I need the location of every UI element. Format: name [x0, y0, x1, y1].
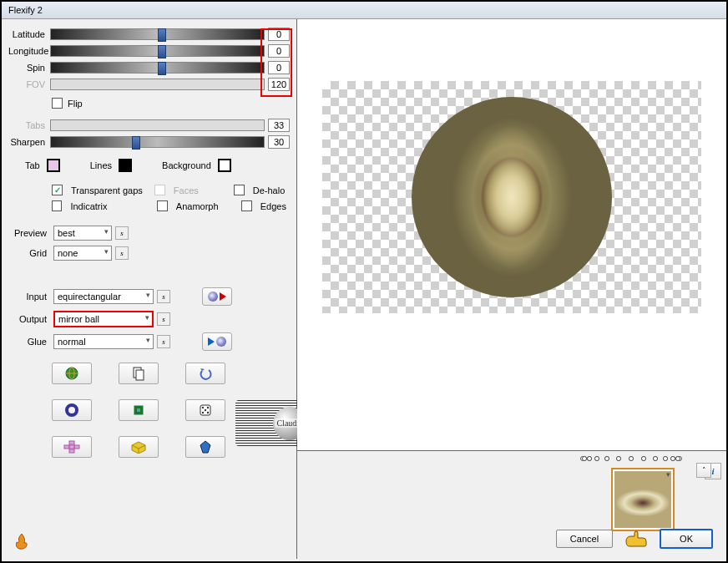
disc-icon	[208, 292, 218, 302]
output-select[interactable]: mirror ball	[53, 311, 154, 327]
longitude-value[interactable]: 0	[268, 44, 290, 58]
transparent-gaps-label: Transparent gaps	[71, 185, 143, 195]
gem-icon	[198, 439, 213, 454]
latitude-label: Latitude	[8, 29, 50, 39]
anamorph-label: Anamorph	[176, 201, 219, 211]
svg-rect-18	[69, 445, 74, 449]
longitude-label: Longitude	[8, 46, 50, 56]
spin-slider[interactable]	[50, 62, 265, 74]
svg-point-10	[207, 407, 209, 408]
play-red-icon	[220, 292, 226, 301]
sharpen-label: Sharpen	[8, 137, 50, 147]
indicatrix-label: Indicatrix	[70, 201, 107, 211]
thumbnail-selected[interactable]	[611, 468, 675, 531]
tab-color-swatch[interactable]	[47, 159, 60, 172]
titlebar: Flexify 2	[2, 2, 726, 19]
fov-value[interactable]: 120	[268, 78, 290, 91]
fire-button[interactable]	[12, 531, 32, 551]
window-title: Flexify 2	[8, 5, 43, 15]
faces-checkbox	[154, 185, 165, 195]
disc-icon-2	[216, 337, 226, 347]
output-s-button[interactable]: s	[157, 312, 170, 326]
sharpen-value[interactable]: 30	[268, 135, 290, 149]
svg-point-5	[67, 405, 77, 415]
cancel-button[interactable]: Cancel	[556, 530, 613, 548]
spin-label: Spin	[8, 63, 50, 73]
pages-button[interactable]	[119, 363, 159, 384]
anamorph-checkbox[interactable]	[157, 200, 167, 211]
svg-point-13	[207, 412, 209, 413]
play-blue-icon	[208, 337, 215, 346]
svg-rect-16	[64, 445, 69, 449]
ring-icon	[64, 403, 79, 418]
ok-button[interactable]: OK	[660, 529, 713, 549]
input-label: Input	[8, 292, 50, 302]
grid-select[interactable]: none	[53, 246, 112, 261]
grid-label: Grid	[8, 248, 50, 258]
svg-rect-17	[74, 445, 79, 449]
glue-select[interactable]: normal	[53, 334, 154, 349]
svg-point-12	[202, 412, 204, 413]
input-s-button[interactable]: s	[157, 290, 170, 303]
tabs-label: Tabs	[8, 120, 50, 130]
dehalo-label: De-halo	[253, 185, 286, 195]
globe-button[interactable]	[52, 363, 92, 384]
left-panel: Latitude 0 Longitude 0 Spin 0 FOV 120	[2, 19, 297, 559]
checker-background	[322, 81, 701, 313]
longitude-slider[interactable]	[50, 45, 265, 57]
flip-checkbox[interactable]	[52, 98, 63, 109]
tab-color-label: Tab	[25, 160, 40, 170]
tabs-slider	[50, 119, 265, 131]
spin-value[interactable]: 0	[268, 61, 290, 74]
preview-area[interactable]	[297, 19, 726, 450]
dice-button[interactable]	[185, 399, 225, 421]
bg-color-swatch[interactable]	[218, 159, 231, 172]
latitude-value[interactable]: 0	[268, 28, 290, 41]
plus-button[interactable]	[52, 436, 92, 458]
flip-label: Flip	[68, 99, 83, 109]
brick-icon	[130, 440, 147, 454]
bg-color-label: Background	[162, 160, 211, 170]
transparent-gaps-checkbox[interactable]: ✓	[52, 185, 63, 195]
svg-rect-7	[137, 408, 140, 412]
fov-label: FOV	[8, 79, 50, 89]
chip-icon	[131, 403, 146, 418]
dice-icon	[198, 403, 213, 418]
glue-label: Glue	[8, 337, 50, 347]
rec-play-button[interactable]	[202, 287, 232, 306]
gem-button[interactable]	[185, 436, 225, 458]
input-select[interactable]: equirectangular	[53, 289, 154, 304]
grid-s-button[interactable]: s	[115, 246, 129, 260]
pages-icon	[131, 366, 146, 381]
indicatrix-checkbox[interactable]	[52, 200, 62, 211]
pointing-hand-icon	[624, 530, 648, 548]
lines-color-label: Lines	[90, 160, 112, 170]
svg-point-9	[202, 407, 204, 408]
undo-button[interactable]	[185, 363, 225, 384]
svg-rect-15	[69, 449, 74, 453]
preview-label: Preview	[8, 228, 50, 238]
preview-s-button[interactable]: s	[115, 226, 129, 240]
preview-select[interactable]: best	[53, 226, 112, 241]
svg-rect-14	[69, 441, 74, 444]
collapse-button[interactable]: ˄	[696, 463, 711, 478]
sharpen-slider[interactable]	[50, 136, 265, 148]
glue-s-button[interactable]: s	[157, 335, 170, 348]
fov-slider	[50, 79, 265, 90]
globe-icon	[64, 366, 79, 381]
edges-checkbox[interactable]	[241, 200, 251, 211]
chip-button[interactable]	[119, 399, 159, 421]
dehalo-checkbox[interactable]	[234, 185, 245, 195]
preview-sphere	[412, 97, 612, 297]
svg-point-11	[205, 409, 206, 411]
edges-label: Edges	[260, 201, 286, 211]
brick-button[interactable]	[119, 436, 159, 458]
lines-color-swatch[interactable]	[119, 159, 132, 172]
fire-icon	[13, 532, 31, 550]
latitude-slider[interactable]	[50, 28, 265, 40]
play-disc-button[interactable]	[202, 332, 232, 351]
tabs-value[interactable]: 33	[268, 119, 290, 132]
ring-button[interactable]	[52, 399, 92, 421]
faces-label: Faces	[174, 185, 199, 195]
svg-rect-4	[136, 370, 144, 380]
